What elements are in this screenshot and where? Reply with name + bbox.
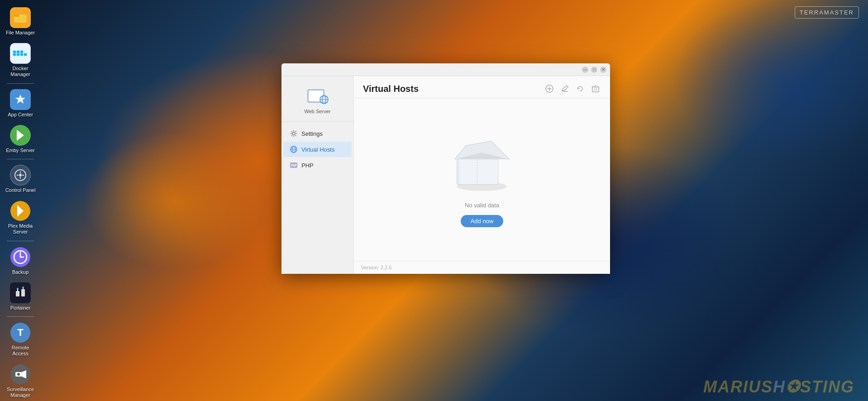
window-sidebar: Web Server Settings [281,76,354,274]
window-main-content: No valid data Add now [354,98,610,261]
backup-label: Backup [12,269,29,275]
toolbar-edit-button[interactable] [559,83,570,94]
terramaster-logo: TERRAMASTER [795,6,859,19]
desktop-icon-docker-manager[interactable]: Docker Manager [2,40,38,80]
svg-rect-7 [20,53,23,56]
surveillance-icon [10,364,31,385]
desktop-icon-file-manager[interactable]: File Manager [2,5,38,38]
window-close-button[interactable]: ✕ [600,67,606,73]
version-label: Version: 2.2.6 [361,265,391,270]
window-main: Virtual Hosts [354,76,610,274]
sidebar-item-settings[interactable]: Settings [283,126,352,141]
control-panel-label: Control Panel [5,187,36,193]
svg-point-20 [17,288,19,290]
remote-access-label: Remote Access [4,345,37,357]
plex-label: Plex Media Server [4,223,37,235]
docker-icon [10,43,31,64]
desktop-icon-backup[interactable]: Backup [2,244,38,278]
watermark: MARIUSH✪STING [703,377,854,396]
svg-text:T: T [17,327,24,338]
svg-rect-9 [13,53,16,56]
desktop-icon-app-center[interactable]: App Center [2,86,38,120]
svg-rect-3 [13,51,16,53]
window-body: Web Server Settings [281,76,610,274]
file-manager-icon [10,7,31,28]
app-center-label: App Center [8,112,33,118]
desktop-icon-remote-access[interactable]: T Remote Access [2,320,38,359]
desktop-icon-control-panel[interactable]: Control Panel [2,162,38,196]
add-now-button[interactable]: Add now [461,215,504,227]
svg-rect-6 [17,53,19,56]
svg-point-47 [292,132,295,135]
toolbar-add-button[interactable] [544,83,555,94]
web-server-window: — □ ✕ [281,63,610,274]
svg-rect-59 [592,87,599,92]
settings-nav-icon [290,129,298,138]
window-maximize-button[interactable]: □ [591,67,597,73]
svg-rect-17 [21,289,25,296]
php-nav-label: PHP [301,162,314,169]
icon-divider-2 [7,159,34,159]
svg-text:PHP: PHP [291,164,297,167]
toolbar-delete-button[interactable] [590,83,601,94]
svg-rect-16 [16,291,19,296]
window-main-header: Virtual Hosts [354,76,610,98]
settings-nav-label: Settings [301,130,323,137]
svg-rect-5 [20,51,23,53]
svg-rect-2 [14,14,19,17]
sidebar-item-virtual-hosts[interactable]: Virtual Hosts [283,142,352,157]
virtual-hosts-nav-label: Virtual Hosts [301,146,334,153]
toolbar-refresh-button[interactable] [575,83,586,94]
emby-icon [10,125,31,146]
svg-marker-10 [17,130,24,141]
file-manager-label: File Manager [6,30,35,36]
window-footer: Version: 2.2.6 [354,261,610,274]
plex-icon [10,200,31,221]
web-server-app-icon [307,85,329,107]
sidebar-header: Web Server [281,81,353,122]
desktop-icon-plex[interactable]: Plex Media Server [2,198,38,238]
remote-access-icon: T [10,322,31,343]
control-panel-icon [10,165,31,186]
svg-rect-4 [17,51,19,53]
virtual-hosts-nav-icon [290,145,298,153]
svg-point-12 [19,174,22,177]
icon-divider-3 [7,241,34,241]
window-minimize-button[interactable]: — [582,67,588,73]
portainer-icon [10,282,31,303]
emby-server-label: Emby Server [6,148,35,153]
backup-icon [10,247,31,267]
window-titlebar: — □ ✕ [281,63,610,76]
icon-divider-1 [7,83,34,84]
svg-rect-8 [24,53,27,56]
desktop-icons-container: File Manager Docker Manager [0,0,41,401]
empty-state-text: No valid data [465,202,499,209]
empty-state: No valid data Add now [446,132,518,227]
surveillance-label: Surveillance Manager [4,387,37,398]
desktop-icon-emby-server[interactable]: Emby Server [2,122,38,156]
page-title: Virtual Hosts [363,84,419,94]
app-center-icon [10,89,31,110]
empty-box-illustration [446,132,518,196]
php-nav-icon: PHP [290,161,298,169]
desktop-icon-surveillance[interactable]: Surveillance Manager [2,361,38,401]
icon-divider-4 [7,316,34,317]
desktop: TERRAMASTER File Manager [0,0,868,401]
portainer-label: Portainer [10,305,31,311]
docker-manager-label: Docker Manager [4,66,37,77]
sidebar-item-php[interactable]: PHP PHP [283,158,352,173]
svg-point-27 [17,373,20,376]
desktop-icon-portainer[interactable]: Portainer [2,280,38,314]
sidebar-nav: Settings Virt [281,122,353,274]
svg-rect-1 [14,16,27,23]
svg-point-21 [22,286,24,288]
sidebar-app-label: Web Server [305,109,331,114]
toolbar-icons [544,83,601,94]
